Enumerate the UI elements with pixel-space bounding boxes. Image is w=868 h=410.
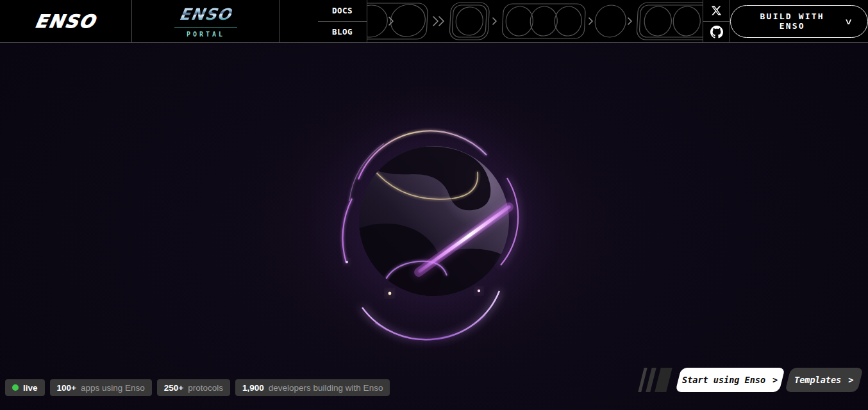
- enso-portal-logo[interactable]: ENSO PORTAL: [132, 0, 280, 42]
- top-nav: ENSO ENSO PORTAL DOCS BLOG: [0, 0, 868, 43]
- nav-blog-link[interactable]: BLOG: [318, 21, 367, 43]
- templates-button[interactable]: Templates >: [785, 368, 863, 392]
- route-container-3: [502, 4, 586, 38]
- x-icon: [711, 5, 722, 16]
- hero-actions: Start using Enso > Templates >: [641, 368, 860, 392]
- templates-label: Templates: [794, 375, 841, 385]
- enso-home-logo[interactable]: ENSO: [0, 0, 132, 42]
- hero-section: live 100+ apps using Enso 250+ protocols…: [0, 43, 868, 410]
- nav-links: DOCS BLOG: [280, 0, 367, 42]
- header-cta-area: BUILD WITH ENSO ∨: [730, 0, 868, 42]
- portal-wordmark: ENSO: [178, 5, 233, 24]
- social-links: [703, 0, 730, 42]
- developers-stat-label: developers building with Enso: [269, 383, 383, 393]
- apps-stat-label: apps using Enso: [81, 383, 145, 393]
- chevron-right-icon: >: [772, 375, 778, 385]
- apps-stat-badge: 100+ apps using Enso: [50, 379, 152, 396]
- github-social-link[interactable]: [703, 21, 730, 43]
- route-diagram-decoration: [367, 0, 703, 42]
- developers-stat-badge: 1,900 developers building with Enso: [235, 379, 390, 396]
- portal-divider-line: [174, 27, 237, 28]
- portal-label: PORTAL: [187, 31, 225, 38]
- route-diagram-icon: [367, 0, 703, 42]
- live-indicator-dot: [12, 384, 19, 391]
- chevron-right-icon: >: [849, 375, 854, 385]
- enso-wordmark: ENSO: [33, 11, 97, 32]
- enso-ring-artwork: [274, 72, 594, 373]
- protocols-stat-label: protocols: [188, 383, 223, 393]
- live-status-badge: live: [5, 379, 45, 396]
- nav-docs-link[interactable]: DOCS: [318, 0, 367, 21]
- start-using-enso-button[interactable]: Start using Enso >: [675, 368, 785, 392]
- stripe-decoration: [638, 368, 672, 392]
- stripe-icon: [646, 368, 656, 392]
- nav-column: DOCS BLOG: [318, 0, 367, 42]
- github-icon: [710, 26, 723, 38]
- developers-stat-value: 1,900: [242, 383, 264, 393]
- protocols-stat-badge: 250+ protocols: [157, 379, 230, 396]
- stats-bar: live 100+ apps using Enso 250+ protocols…: [5, 379, 390, 396]
- live-label: live: [23, 383, 38, 393]
- apps-stat-value: 100+: [57, 383, 76, 393]
- build-with-enso-button[interactable]: BUILD WITH ENSO ∨: [730, 5, 868, 38]
- x-social-link[interactable]: [703, 0, 730, 21]
- build-with-enso-label: BUILD WITH ENSO: [746, 12, 838, 31]
- stripe-icon: [655, 368, 672, 392]
- start-using-enso-label: Start using Enso: [682, 375, 765, 385]
- protocols-stat-value: 250+: [164, 383, 183, 393]
- chevron-down-icon: ∨: [845, 17, 853, 26]
